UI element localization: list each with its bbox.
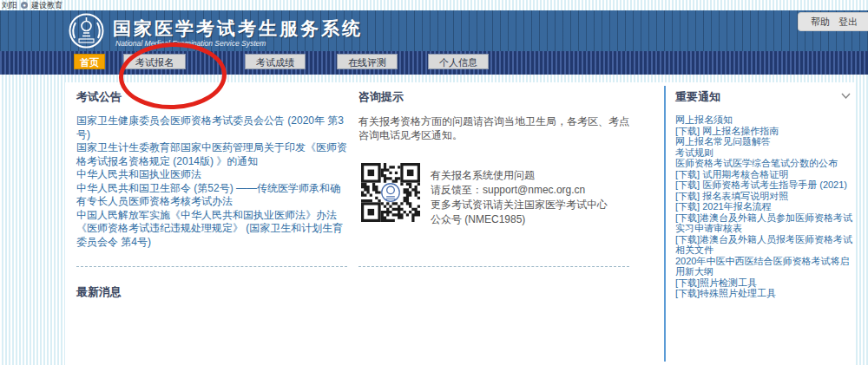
notice-link[interactable]: 网上报名常见问题解答 bbox=[675, 136, 856, 147]
notice-link[interactable]: 2020年中医中西医结合医师资格考试将启用新大纲 bbox=[675, 256, 856, 277]
qr-caption-line: 有关报名系统使用问题 bbox=[431, 168, 608, 183]
browser-bookmarks-bar: 刘阳 ● 建设教育 bbox=[0, 0, 868, 10]
announcement-link[interactable]: 中华人民共和国执业医师法 bbox=[76, 168, 350, 182]
app-subtitle: National Medical Examination Service Sys… bbox=[115, 39, 266, 48]
divider-dashed-middle bbox=[358, 266, 629, 267]
qr-code bbox=[361, 163, 420, 222]
qr-caption-line: 请反馈至：support@nmec.org.cn bbox=[431, 183, 608, 198]
notice-link[interactable]: 考试规则 bbox=[675, 147, 856, 159]
notice-link[interactable]: [下载] 医师资格考试考生指导手册 (2021) bbox=[675, 179, 856, 191]
notice-link[interactable]: [下载]照片检测工具 bbox=[675, 277, 856, 289]
notice-link[interactable]: [下载] 网上报名操作指南 bbox=[675, 126, 856, 137]
tab-exam-results[interactable]: 考试成绩 bbox=[245, 54, 306, 69]
announcement-link[interactable]: 中国人民解放军实施《中华人民共和国执业医师法》办法 bbox=[76, 209, 350, 223]
app-header: 国家医学考试考生服务系统 National Medical Examinatio… bbox=[0, 10, 868, 51]
announcement-link[interactable]: 《医师资格考试违纪违规处理规定》 (国家卫生和计划生育委员会令 第4号) bbox=[76, 222, 350, 249]
logout-link[interactable]: 登出 bbox=[838, 16, 858, 29]
latest-news-title: 最新消息 bbox=[76, 284, 122, 300]
tab-personal-info[interactable]: 个人信息 bbox=[428, 54, 489, 69]
important-notices-section: 重要通知 网上报名须知 [下载] 网上报名操作指南 网上报名常见问题解答 考试规… bbox=[675, 89, 856, 299]
notice-link[interactable]: [下载]港澳台及外籍人员参加医师资格考试实习申请审核表 bbox=[675, 212, 856, 234]
announcement-link[interactable]: 国家卫生健康委员会医师资格考试委员会公告 (2020年 第3号) bbox=[76, 114, 350, 141]
exam-announcements-title: 考试公告 bbox=[76, 89, 350, 105]
nmec-logo-icon bbox=[68, 12, 105, 49]
qr-row: 有关报名系统使用问题 请反馈至：support@nmec.org.cn 更多考试… bbox=[361, 163, 608, 227]
notice-link[interactable]: 医师资格考试医学综合笔试分数的公布 bbox=[675, 158, 856, 169]
page: 刘阳 ● 建设教育 国家医学考试考生服务系统 National Medical … bbox=[0, 0, 868, 365]
vertical-divider bbox=[664, 86, 666, 362]
announcement-link[interactable]: 中华人民共和国卫生部令 (第52号) ——传统医学师承和确有专长人员医师资格考核… bbox=[76, 182, 350, 209]
notice-link[interactable]: 网上报名须知 bbox=[675, 114, 856, 126]
tab-exam-registration[interactable]: 考试报名 bbox=[123, 54, 186, 69]
important-notices-title: 重要通知 bbox=[675, 89, 856, 105]
consultation-title: 咨询提示 bbox=[358, 89, 633, 105]
main-nav: 首页 考试报名 考试成绩 在线评测 个人信息 bbox=[0, 51, 868, 75]
notice-link[interactable]: [下载] 试用期考核合格证明 bbox=[675, 169, 856, 180]
notice-link[interactable]: [下载]特殊照片处理工具 bbox=[675, 288, 856, 299]
qr-caption-line: 公众号 (NMEC1985) bbox=[431, 212, 608, 227]
help-link[interactable]: 帮助 bbox=[811, 16, 830, 29]
content-panel: 考试公告 国家卫生健康委员会医师资格考试委员会公告 (2020年 第3号) 国家… bbox=[65, 82, 855, 365]
bookmark-label-2[interactable]: 建设教育 bbox=[31, 0, 62, 10]
notice-link[interactable]: [下载] 2021年报名流程 bbox=[675, 201, 856, 212]
consultation-section: 咨询提示 有关报考资格方面的问题请咨询当地卫生局，各考区、考点咨询电话见考区通知… bbox=[358, 89, 633, 142]
qr-caption-line: 更多考试资讯请关注国家医学考试中心 bbox=[431, 198, 608, 212]
bookmark-label[interactable]: 刘阳 bbox=[2, 0, 17, 10]
bookmark-favicon-icon: ● bbox=[21, 2, 28, 9]
divider-dashed-left bbox=[76, 266, 347, 267]
qr-caption: 有关报名系统使用问题 请反馈至：support@nmec.org.cn 更多考试… bbox=[431, 163, 608, 227]
notice-link[interactable]: [下载] 报名表填写说明对照 bbox=[675, 191, 856, 202]
notice-link[interactable]: [下载]港澳台及外籍人员报考医师资格考试相关文件 bbox=[675, 234, 856, 256]
chevron-down-icon[interactable] bbox=[841, 88, 851, 103]
exam-announcements-section: 考试公告 国家卫生健康委员会医师资格考试委员会公告 (2020年 第3号) 国家… bbox=[76, 89, 350, 249]
announcement-link[interactable]: 国家卫生计生委教育部国家中医药管理局关于印发《医师资格考试报名资格规定 (201… bbox=[76, 141, 350, 168]
consultation-intro: 有关报考资格方面的问题请咨询当地卫生局，各考区、考点咨询电话见考区通知。 bbox=[358, 114, 633, 142]
app-title: 国家医学考试考生服务系统 bbox=[113, 16, 363, 41]
session-controls: 帮助 登出 bbox=[798, 12, 868, 31]
tab-home[interactable]: 首页 bbox=[74, 54, 105, 69]
tab-online-assessment[interactable]: 在线评测 bbox=[337, 54, 398, 69]
